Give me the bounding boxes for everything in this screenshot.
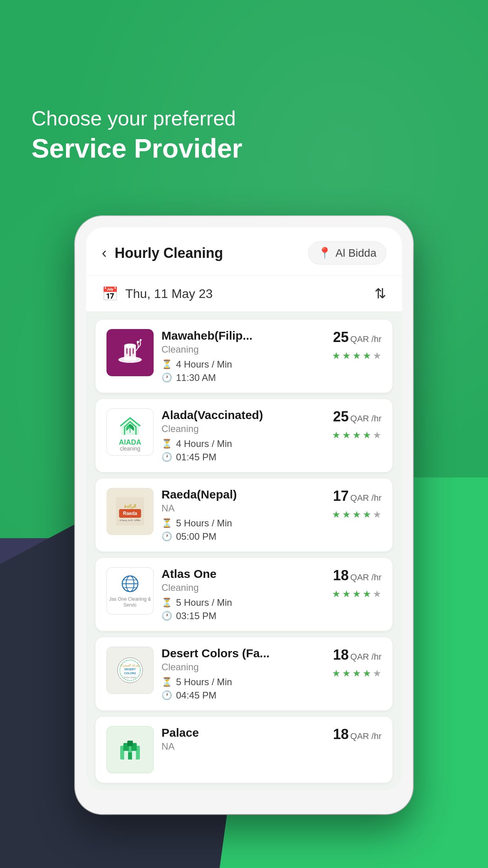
stars-5: ★ ★ ★ ★ ★ [332, 668, 382, 679]
svg-text:الرائدة: الرائدة [124, 504, 136, 509]
time-text-1: 11:30 AM [176, 372, 216, 383]
provider-logo-3: الرائدة Raeda نظافة عامة وصيانة [106, 488, 154, 535]
aiada-sub: cleaning [120, 446, 140, 451]
meta-hours-2: ⏳ 4 Hours / Min [161, 438, 324, 449]
provider-right-5: 18 QAR /hr ★ ★ ★ ★ ★ [332, 647, 382, 679]
provider-meta-2: ⏳ 4 Hours / Min 🕐 01:45 PM [161, 438, 324, 463]
clock-icon-2: 🕐 [161, 452, 172, 462]
svg-text:DESERT: DESERT [125, 668, 136, 671]
provider-name-1: Mawaheb(Filip... [161, 329, 324, 342]
star-1: ★ [332, 350, 341, 361]
provider-right-2: 25 QAR /hr ★ ★ ★ ★ ★ [332, 408, 382, 441]
star-2: ★ [342, 350, 351, 361]
price-5: 18 QAR /hr [333, 647, 382, 663]
calendar-icon: 📅 [102, 286, 118, 302]
hourglass-icon-3: ⏳ [161, 518, 172, 528]
date-left: 📅 Thu, 11 May 23 [102, 286, 213, 302]
back-button[interactable]: ‹ [102, 245, 107, 261]
provider-meta-1: ⏳ 4 Hours / Min 🕐 11:30 AM [161, 359, 324, 383]
price-1: 25 QAR /hr [333, 329, 382, 346]
location-text: Al Bidda [336, 247, 376, 259]
provider-right-3: 17 QAR /hr ★ ★ ★ ★ ★ [332, 488, 382, 520]
provider-card-5[interactable]: شركة الصحراء DESERT COLORS Doha-Qatar De… [95, 637, 393, 710]
provider-logo-5: شركة الصحراء DESERT COLORS Doha-Qatar [106, 647, 154, 694]
hourglass-icon-5: ⏳ [161, 677, 172, 687]
hours-text-4: 5 Hours / Min [176, 597, 232, 608]
meta-hours-3: ⏳ 5 Hours / Min [161, 518, 324, 529]
provider-meta-5: ⏳ 5 Hours / Min 🕐 04:45 PM [161, 677, 324, 701]
aiada-brand: AIADA [119, 439, 141, 446]
provider-card-2[interactable]: AIADA cleaning Alada(Vaccinated) Cleanin… [95, 399, 393, 472]
hours-text-3: 5 Hours / Min [176, 518, 232, 529]
stars-2: ★ ★ ★ ★ ★ [332, 430, 382, 441]
price-unit-6: QAR /hr [350, 731, 382, 741]
time-text-3: 05:00 PM [176, 531, 216, 542]
headline-title: Service Provider [31, 134, 457, 163]
provider-right-6: 18 QAR /hr [333, 726, 382, 743]
provider-logo-6 [106, 726, 154, 773]
provider-name-3: Raeda(Nepal) [161, 488, 324, 501]
star-4: ★ [363, 350, 371, 361]
provider-name-6: Palace [161, 726, 325, 739]
clock-icon-4: 🕐 [161, 611, 172, 621]
hourglass-icon-2: ⏳ [161, 439, 172, 449]
stars-4: ★ ★ ★ ★ ★ [332, 588, 382, 600]
date-bar[interactable]: 📅 Thu, 11 May 23 ⇅ [86, 276, 402, 312]
provider-info-3: Raeda(Nepal) NA ⏳ 5 Hours / Min 🕐 05:00 … [161, 488, 324, 542]
star-3: ★ [352, 350, 361, 361]
hours-text-1: 4 Hours / Min [176, 359, 232, 370]
price-unit-4: QAR /hr [350, 572, 382, 583]
meta-time-1: 🕐 11:30 AM [161, 372, 324, 383]
price-unit-1: QAR /hr [350, 334, 382, 344]
price-6: 18 QAR /hr [333, 726, 382, 743]
stars-3: ★ ★ ★ ★ ★ [332, 509, 382, 520]
provider-category-4: Cleaning [161, 582, 324, 593]
star-5: ★ [373, 350, 382, 361]
clock-icon-1: 🕐 [161, 373, 172, 383]
svg-point-2 [124, 344, 136, 348]
provider-category-6: NA [161, 741, 325, 752]
svg-text:Raeda: Raeda [123, 511, 137, 516]
price-value-6: 18 [333, 726, 349, 743]
provider-card-3[interactable]: الرائدة Raeda نظافة عامة وصيانة Raeda(Ne… [95, 478, 393, 552]
aiada-logo: AIADA cleaning [117, 413, 143, 451]
header-left: ‹ Hourly Cleaning [102, 245, 223, 261]
meta-time-4: 🕐 03:15 PM [161, 611, 324, 622]
provider-info-1: Mawaheb(Filip... Cleaning ⏳ 4 Hours / Mi… [161, 329, 324, 383]
provider-card-1[interactable]: Mawaheb(Filip... Cleaning ⏳ 4 Hours / Mi… [95, 320, 393, 393]
svg-text:Doha-Qatar: Doha-Qatar [124, 676, 136, 679]
provider-category-3: NA [161, 503, 324, 514]
svg-point-3 [137, 341, 139, 343]
providers-list: Mawaheb(Filip... Cleaning ⏳ 4 Hours / Mi… [86, 312, 402, 791]
phone-mockup: ‹ Hourly Cleaning 📍 Al Bidda 📅 Thu, 11 M… [75, 216, 413, 814]
provider-card-4[interactable]: Jas One Cleaning & Servic Atlas One Clea… [95, 558, 393, 631]
svg-text:نظافة عامة وصيانة: نظافة عامة وصيانة [119, 519, 141, 522]
provider-right-4: 18 QAR /hr ★ ★ ★ ★ ★ [332, 567, 382, 600]
provider-category-5: Cleaning [161, 662, 324, 673]
provider-card-6[interactable]: Palace NA 18 QAR /hr [95, 717, 393, 783]
atlas-sub: Jas One Cleaning & Servic [107, 596, 153, 608]
provider-info-6: Palace NA [161, 726, 325, 756]
sort-icon[interactable]: ⇅ [374, 285, 386, 302]
svg-rect-26 [124, 751, 128, 760]
phone-screen: ‹ Hourly Cleaning 📍 Al Bidda 📅 Thu, 11 M… [86, 227, 402, 791]
date-text: Thu, 11 May 23 [125, 287, 213, 301]
provider-meta-3: ⏳ 5 Hours / Min 🕐 05:00 PM [161, 518, 324, 542]
svg-rect-25 [127, 741, 133, 746]
hours-text-2: 4 Hours / Min [176, 438, 232, 449]
meta-time-2: 🕐 01:45 PM [161, 452, 324, 463]
provider-info-2: Alada(Vaccinated) Cleaning ⏳ 4 Hours / M… [161, 408, 324, 463]
provider-logo-1 [106, 329, 154, 376]
provider-category-1: Cleaning [161, 344, 324, 355]
location-badge[interactable]: 📍 Al Bidda [308, 241, 386, 265]
price-unit-3: QAR /hr [350, 493, 382, 503]
provider-name-2: Alada(Vaccinated) [161, 408, 324, 422]
provider-category-2: Cleaning [161, 423, 324, 434]
price-value-4: 18 [333, 567, 349, 584]
provider-right-1: 25 QAR /hr ★ ★ ★ ★ ★ [332, 329, 382, 361]
phone-header: ‹ Hourly Cleaning 📍 Al Bidda [86, 227, 402, 276]
price-3: 17 QAR /hr [333, 488, 382, 504]
meta-hours-4: ⏳ 5 Hours / Min [161, 597, 324, 608]
provider-logo-2: AIADA cleaning [106, 408, 154, 456]
svg-text:شركة الصحراء: شركة الصحراء [121, 664, 139, 667]
